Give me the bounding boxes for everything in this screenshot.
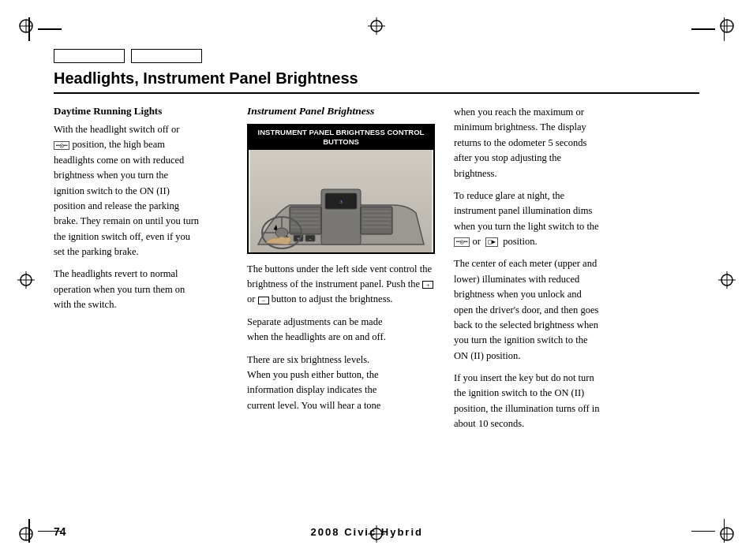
tab-boxes: [54, 49, 202, 63]
page: Headlights, Instrument Panel Brightness …: [0, 0, 753, 560]
mid-column: Instrument Panel Brightness INSTRUMENT P…: [247, 105, 444, 439]
reg-circle-bl: [17, 525, 35, 543]
light-symbol-2: □▶: [485, 237, 498, 247]
light-symbol-1: ┅◎┅: [454, 237, 470, 247]
reg-circle-br: [718, 525, 736, 543]
corner-mark-tl-h: [38, 28, 62, 30]
left-heading: Daytime Running Lights: [54, 105, 234, 118]
left-column: Daytime Running Lights With the headligh…: [54, 105, 247, 439]
crosshair-left: [17, 271, 35, 289]
corner-mark-tr-h: [691, 28, 715, 30]
panel-diagram-svg: + −: [249, 150, 433, 252]
crosshair-top: [368, 17, 385, 35]
footer-title: 2008 Civic Hybrid: [311, 526, 423, 538]
footer: 74 2008 Civic Hybrid: [54, 525, 699, 538]
mid-para-1: The buttons under the left side vent con…: [247, 262, 435, 308]
reg-circle-tl: [17, 17, 35, 35]
main-content: Headlights, Instrument Panel Brightness …: [54, 69, 699, 513]
reg-circle-tr: [718, 17, 736, 35]
page-number: 74: [54, 525, 66, 538]
right-column: when you reach the maximum or minimum br…: [444, 105, 699, 439]
right-para-4: If you insert the key but do not turn th…: [454, 371, 699, 432]
svg-text:−: −: [309, 237, 312, 241]
diagram-label: INSTRUMENT PANEL BRIGHTNESS CONTROL BUTT…: [249, 125, 433, 150]
tab-box-1: [54, 49, 125, 63]
right-para-3: The center of each meter (upper and lowe…: [454, 256, 699, 364]
crosshair-right: [718, 271, 736, 289]
mid-heading: Instrument Panel Brightness: [247, 105, 435, 118]
diagram-box: INSTRUMENT PANEL BRIGHTNESS CONTROL BUTT…: [247, 124, 435, 254]
right-para-2: To reduce glare at night, the instrument…: [454, 189, 699, 250]
page-title: Headlights, Instrument Panel Brightness: [54, 69, 699, 94]
mid-para-3: There are six brightness levels. When yo…: [247, 353, 435, 414]
columns: Daytime Running Lights With the headligh…: [54, 105, 699, 439]
headlight-symbol-off: ┅◎┅: [54, 141, 69, 151]
left-para-1: With the headlight switch off or ┅◎┅ pos…: [54, 122, 234, 259]
mid-para-2: Separate adjustments can be made when th…: [247, 315, 435, 345]
left-para-2: The headlights revert to normal operatio…: [54, 267, 234, 312]
svg-text:3: 3: [339, 199, 343, 205]
tab-box-2: [131, 49, 202, 63]
diagram-image: + −: [249, 150, 433, 252]
svg-rect-38: [361, 207, 392, 234]
right-para-1: when you reach the maximum or minimum br…: [454, 105, 699, 181]
svg-point-45: [275, 228, 288, 237]
